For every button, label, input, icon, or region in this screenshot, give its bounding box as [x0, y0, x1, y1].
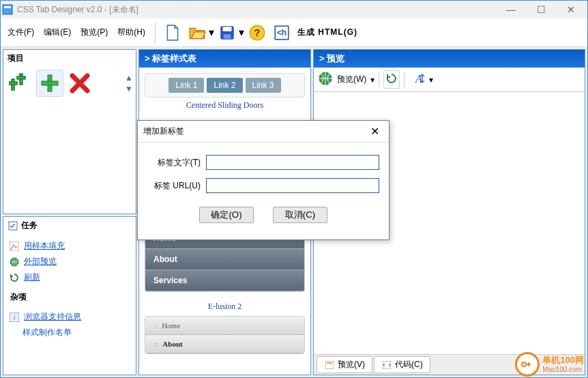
input-tab-text[interactable] — [206, 155, 379, 170]
svg-rect-14 — [42, 81, 58, 85]
delete-button[interactable] — [66, 70, 93, 97]
preview-header: > 预览 — [314, 50, 585, 68]
new-file-button[interactable] — [161, 21, 184, 44]
svg-rect-4 — [224, 34, 231, 38]
misc-style-authors[interactable]: 样式制作名单 — [8, 325, 132, 340]
open-file-button[interactable] — [186, 21, 209, 44]
link2: Link 2 — [207, 78, 242, 93]
open-dropdown-arrow[interactable]: ▾ — [209, 26, 214, 39]
refresh-icon — [9, 272, 20, 283]
add-tab-dialog: 增加新标签 ✕ 标签文字(T) 标签 URL(U) 确定(O) 取消(C) — [137, 120, 389, 240]
project-panel: 项目 ▲ ▼ — [3, 49, 136, 214]
svg-rect-1 — [4, 6, 11, 8]
menu-edit[interactable]: 编辑(E) — [40, 24, 75, 41]
menu-file[interactable]: 文件(F) — [3, 24, 38, 41]
project-toolbar: ▲ ▼ — [3, 67, 136, 100]
dialog-titlebar: 增加新标签 ✕ — [138, 121, 389, 143]
watermark: 单机100网 Mao100.com — [515, 352, 584, 377]
refresh-preview-button[interactable] — [383, 70, 400, 89]
add-multi-button[interactable] — [6, 70, 33, 97]
misc-header: 杂项 — [3, 289, 136, 305]
svg-point-25 — [522, 362, 526, 366]
titlebar: CSS Tab Designer v2.0 - [未命名] — ☐ ✕ — [1, 1, 587, 18]
close-button[interactable]: ✕ — [556, 1, 586, 18]
task-refresh[interactable]: 刷新 — [8, 270, 132, 285]
minimize-button[interactable]: — — [496, 1, 526, 18]
move-down-icon[interactable]: ▼ — [125, 84, 133, 93]
project-header: 项目 — [3, 50, 136, 67]
svg-text:<h: <h — [277, 28, 286, 38]
cancel-button[interactable]: 取消(C) — [273, 207, 327, 223]
menubar: 文件(F) 编辑(E) 预览(P) 帮助(H) ▾ ▾ ? <h 生成 HTML… — [1, 18, 587, 47]
generate-html-icon[interactable]: <h — [270, 21, 293, 44]
info-icon: i — [9, 312, 20, 323]
save-dropdown-arrow[interactable]: ▾ — [239, 26, 244, 39]
preview-dropdown[interactable]: 预览(W) — [337, 74, 366, 85]
code-tab-icon — [381, 360, 392, 370]
link3: Link 3 — [246, 78, 281, 93]
help-button[interactable]: ? — [246, 21, 269, 44]
styles-header: > 标签样式表 — [139, 50, 310, 68]
globe-preview-icon[interactable] — [318, 71, 333, 88]
preview-tab-icon — [324, 360, 335, 370]
fill-icon — [9, 241, 20, 252]
save-button[interactable] — [216, 21, 239, 44]
svg-text:A: A — [415, 73, 422, 85]
tasks-panel: 任务 用样本填充 外部预览 刷新 — [3, 216, 136, 375]
menu-preview[interactable]: 预览(P) — [76, 24, 112, 41]
svg-rect-23 — [327, 362, 332, 364]
dialog-title-text: 增加新标签 — [143, 126, 184, 137]
svg-rect-10 — [9, 82, 17, 85]
text-size-button[interactable]: A — [409, 72, 425, 87]
chevron-down-icon-2[interactable]: ▾ — [429, 75, 433, 85]
svg-rect-12 — [17, 76, 25, 79]
label-tab-text: 标签文字(T) — [147, 157, 206, 169]
svg-rect-24 — [383, 361, 391, 369]
globe-icon — [9, 257, 20, 267]
watermark-badge-icon — [515, 352, 540, 377]
svg-text:?: ? — [254, 27, 260, 38]
ok-button[interactable]: 确定(O) — [199, 207, 254, 223]
maximize-button[interactable]: ☐ — [526, 1, 556, 18]
misc-browser-support[interactable]: i 浏览器支持信息 — [8, 309, 132, 325]
left-column: 项目 ▲ ▼ — [3, 49, 136, 375]
label-tab-url: 标签 URL(U) — [147, 180, 206, 192]
input-tab-url[interactable] — [206, 178, 379, 193]
style-preview-1[interactable]: Link 1 Link 2 Link 3 Centered Sliding Do… — [145, 73, 305, 111]
style-preview-elusion2[interactable]: E-lusion 2 Home About — [145, 302, 305, 354]
window-title: CSS Tab Designer v2.0 - [未命名] — [17, 4, 138, 16]
generate-html-button[interactable]: 生成 HTML(G) — [297, 27, 357, 38]
svg-text:i: i — [14, 314, 15, 321]
tab-code[interactable]: 代码(C) — [374, 356, 430, 373]
tasks-icon — [8, 220, 18, 231]
window-controls: — ☐ ✕ — [496, 1, 586, 18]
style-name-1: Centered Sliding Doors — [145, 100, 305, 111]
add-button[interactable] — [36, 70, 63, 97]
link1: Link 1 — [168, 78, 204, 93]
task-external-preview[interactable]: 外部预览 — [8, 254, 132, 270]
task-fill-sample[interactable]: 用样本填充 — [8, 238, 132, 254]
tab-preview[interactable]: 预览(V) — [317, 356, 372, 373]
move-up-icon[interactable]: ▲ — [125, 73, 133, 83]
app-icon — [2, 4, 13, 15]
dialog-close-button[interactable]: ✕ — [366, 125, 383, 138]
preview-toolbar: 预览(W) ▾ A ▾ — [314, 68, 585, 92]
tasks-header: 任务 — [3, 217, 136, 234]
svg-rect-3 — [223, 27, 232, 31]
svg-rect-22 — [325, 361, 334, 369]
chevron-down-icon[interactable]: ▾ — [370, 75, 374, 85]
menu-help[interactable]: 帮助(H) — [113, 24, 149, 41]
